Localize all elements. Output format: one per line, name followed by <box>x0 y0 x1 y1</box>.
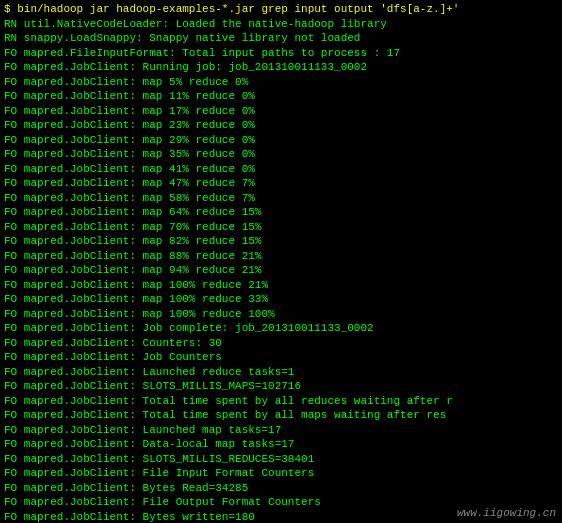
terminal-line: FO mapred.JobClient: map 100% reduce 33% <box>4 292 558 307</box>
terminal-line: FO mapred.JobClient: Job complete: job_2… <box>4 321 558 336</box>
terminal-line: FO mapred.JobClient: Total time spent by… <box>4 394 558 409</box>
terminal-line: FO mapred.JobClient: SLOTS_MILLIS_REDUCE… <box>4 452 558 467</box>
terminal-line: FO mapred.JobClient: Data-local map task… <box>4 437 558 452</box>
terminal-line: FO mapred.JobClient: Running job: job_20… <box>4 60 558 75</box>
terminal-line: FO mapred.JobClient: map 94% reduce 21% <box>4 263 558 278</box>
terminal-line: FO mapred.JobClient: Job Counters <box>4 350 558 365</box>
terminal-line: FO mapred.JobClient: Launched map tasks=… <box>4 423 558 438</box>
terminal-line: FO mapred.JobClient: map 41% reduce 0% <box>4 162 558 177</box>
terminal-line: FO mapred.JobClient: Counters: 30 <box>4 336 558 351</box>
terminal-line: FO mapred.JobClient: map 100% reduce 100… <box>4 307 558 322</box>
terminal-line: FO mapred.JobClient: map 47% reduce 7% <box>4 176 558 191</box>
terminal-line: FO mapred.JobClient: SLOTS_MILLIS_MAPS=1… <box>4 379 558 394</box>
terminal-line: FO mapred.JobClient: Total time spent by… <box>4 408 558 423</box>
terminal-line: FO mapred.JobClient: map 5% reduce 0% <box>4 75 558 90</box>
watermark: www.iigowing.cn <box>457 507 556 519</box>
terminal-line: FO mapred.FileInputFormat: Total input p… <box>4 46 558 61</box>
terminal-line: FO mapred.JobClient: map 100% reduce 21% <box>4 278 558 293</box>
terminal-line: FO mapred.JobClient: map 35% reduce 0% <box>4 147 558 162</box>
terminal-line: FO mapred.JobClient: map 29% reduce 0% <box>4 133 558 148</box>
terminal-line: FO mapred.JobClient: map 17% reduce 0% <box>4 104 558 119</box>
terminal-line: FO mapred.JobClient: map 11% reduce 0% <box>4 89 558 104</box>
terminal-window: $ bin/hadoop jar hadoop-examples-*.jar g… <box>0 0 562 523</box>
terminal-line: FO mapred.JobClient: map 58% reduce 7% <box>4 191 558 206</box>
terminal-line: FO mapred.JobClient: map 88% reduce 21% <box>4 249 558 264</box>
terminal-line: FO mapred.JobClient: map 23% reduce 0% <box>4 118 558 133</box>
terminal-line: FO mapred.JobClient: map 82% reduce 15% <box>4 234 558 249</box>
terminal-line: RN util.NativeCodeLoader: Loaded the nat… <box>4 17 558 32</box>
terminal-line: RN snappy.LoadSnappy: Snappy native libr… <box>4 31 558 46</box>
terminal-line: FO mapred.JobClient: Launched reduce tas… <box>4 365 558 380</box>
terminal-line: FO mapred.JobClient: File Input Format C… <box>4 466 558 481</box>
terminal-line: FO mapred.JobClient: map 70% reduce 15% <box>4 220 558 235</box>
terminal-line: FO mapred.JobClient: map 64% reduce 15% <box>4 205 558 220</box>
terminal-line: $ bin/hadoop jar hadoop-examples-*.jar g… <box>4 2 558 17</box>
terminal-line: FO mapred.JobClient: Bytes Read=34285 <box>4 481 558 496</box>
